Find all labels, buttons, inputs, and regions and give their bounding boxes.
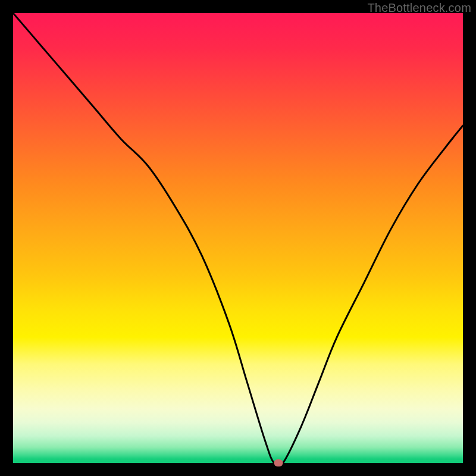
bottleneck-curve [13, 13, 463, 463]
optimal-marker [274, 459, 283, 466]
plot-area [13, 13, 463, 463]
chart-wrap: TheBottleneck.com [0, 0, 476, 476]
chart-frame [13, 13, 463, 463]
